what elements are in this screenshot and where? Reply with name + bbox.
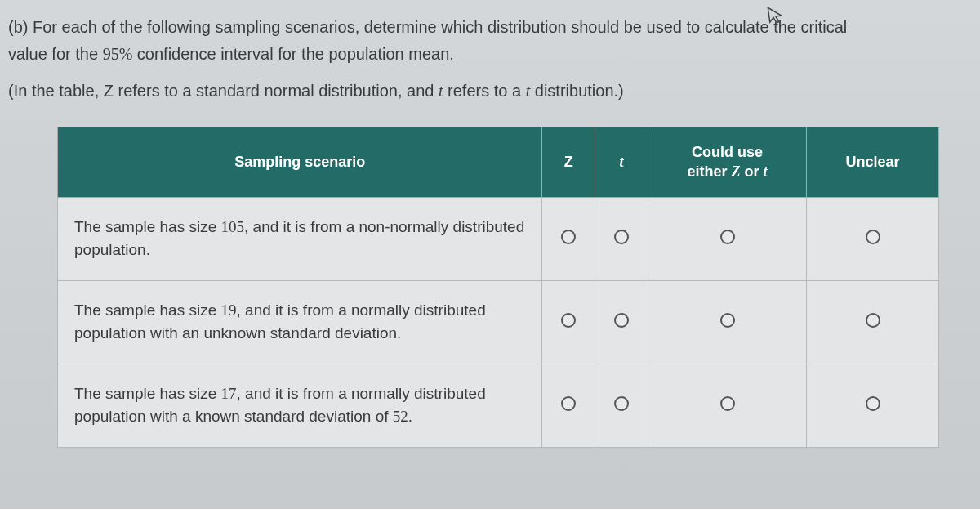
header-t: t — [595, 127, 648, 198]
option-r2-z[interactable] — [542, 280, 595, 364]
radio-icon — [866, 230, 880, 244]
confidence-level: 95% — [103, 45, 133, 63]
scenario-text-3: The sample has size 17, and it is from a… — [58, 364, 542, 447]
option-r1-t[interactable] — [595, 197, 648, 280]
radio-icon — [720, 230, 735, 244]
radio-icon — [720, 396, 735, 411]
header-unclear: Unclear — [807, 127, 939, 198]
option-r3-either[interactable] — [648, 364, 806, 447]
scenario-table: Sampling scenario Z t Could use either Z… — [57, 127, 939, 448]
radio-icon — [614, 396, 629, 411]
scenario-text-1: The sample has size 105, and it is from … — [58, 197, 542, 280]
radio-icon — [561, 230, 576, 244]
prompt-line3b: refers to a — [443, 82, 526, 100]
option-r2-either[interactable] — [648, 280, 806, 364]
header-z: Z — [542, 127, 595, 198]
question-page: (b) For each of the following sampling s… — [0, 0, 980, 509]
radio-icon — [866, 313, 880, 328]
option-r1-z[interactable] — [542, 197, 595, 280]
table-row: The sample has size 105, and it is from … — [58, 197, 939, 280]
table-row: The sample has size 19, and it is from a… — [58, 280, 939, 364]
prompt-line2a: value for the — [8, 45, 103, 63]
header-scenario: Sampling scenario — [58, 127, 542, 198]
radio-icon — [561, 396, 576, 411]
table-row: The sample has size 17, and it is from a… — [58, 364, 939, 447]
option-r1-unclear[interactable] — [807, 197, 939, 280]
option-r1-either[interactable] — [648, 197, 806, 280]
radio-icon — [561, 313, 576, 328]
radio-icon — [720, 313, 735, 328]
table-header-row: Sampling scenario Z t Could use either Z… — [58, 127, 939, 198]
radio-icon — [614, 230, 629, 244]
header-either: Could use either Z or t — [648, 127, 806, 198]
option-r3-unclear[interactable] — [807, 364, 939, 447]
option-r2-unclear[interactable] — [807, 280, 939, 364]
option-r3-z[interactable] — [542, 364, 595, 447]
scenario-table-wrap: Sampling scenario Z t Could use either Z… — [57, 127, 939, 448]
scenario-text-2: The sample has size 19, and it is from a… — [58, 280, 542, 364]
option-r2-t[interactable] — [595, 280, 648, 364]
prompt-line3c: distribution.) — [530, 82, 624, 100]
radio-icon — [866, 396, 880, 411]
radio-icon — [614, 313, 629, 328]
option-r3-t[interactable] — [595, 364, 648, 447]
question-prompt: (b) For each of the following sampling s… — [8, 15, 972, 127]
prompt-line3a: (In the table, Z refers to a standard no… — [8, 82, 439, 100]
prompt-line2b: confidence interval for the population m… — [132, 45, 454, 63]
prompt-line1: (b) For each of the following sampling s… — [8, 18, 847, 36]
